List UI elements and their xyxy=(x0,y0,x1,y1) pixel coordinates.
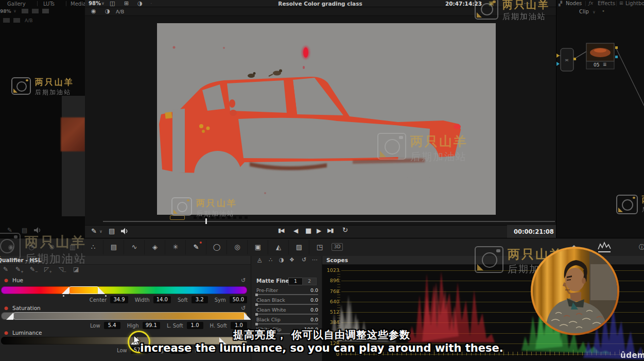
matte-tab-2[interactable]: 2 xyxy=(302,278,317,285)
grid-icon[interactable]: ⊞ xyxy=(124,1,129,6)
matte-row-handle[interactable] xyxy=(255,303,258,306)
invert-selection-icon[interactable]: ◪ xyxy=(73,266,79,273)
hue-range[interactable] xyxy=(69,286,99,294)
param-value[interactable]: 50.0 xyxy=(230,296,247,303)
reset-icon[interactable]: ↺ xyxy=(302,257,306,263)
viewer-picker-icon[interactable]: ✎ xyxy=(91,227,97,235)
param-value[interactable]: 3.2 xyxy=(192,296,208,303)
param-value[interactable]: 5.4 xyxy=(104,322,120,329)
camera-raw-icon[interactable]: ▤ xyxy=(104,240,124,254)
highlight-icon[interactable]: ◑ xyxy=(137,1,143,6)
param-value[interactable]: 99.1 xyxy=(143,322,160,329)
chevron-down-icon[interactable]: ∨ xyxy=(593,10,596,14)
matte-preview-icon[interactable]: ◬ xyxy=(257,257,262,263)
bypass-icon[interactable] xyxy=(3,18,10,23)
node-graph[interactable]: ≍ xyxy=(556,16,644,238)
blur-icon[interactable]: ◭ xyxy=(269,240,289,254)
saturation-enable-dot[interactable]: ● xyxy=(4,305,8,311)
zoom-select[interactable]: 98% xyxy=(89,1,101,6)
options-icon[interactable]: ⋯ xyxy=(312,257,318,263)
matte-row-value[interactable]: 0.0 xyxy=(298,297,318,303)
softness-add-icon[interactable]: ◸+ xyxy=(44,266,52,274)
matte-row-track[interactable] xyxy=(256,294,318,295)
tab-nodes[interactable]: Nodes xyxy=(566,1,582,6)
chevron-down-icon[interactable]: ∨ xyxy=(101,1,105,6)
invert-icon[interactable]: ◑ xyxy=(279,257,284,263)
picker-add-icon[interactable]: ✎+ xyxy=(15,266,24,274)
toolbar-icon-dim[interactable]: ⊚ xyxy=(42,240,62,254)
scope-waveform-icon[interactable] xyxy=(597,241,612,252)
saturation-handle-high[interactable] xyxy=(244,313,251,320)
picker-subtract-icon[interactable]: ✎− xyxy=(30,266,38,274)
matte-row-handle[interactable] xyxy=(255,294,258,296)
saturation-range[interactable] xyxy=(13,312,245,320)
sizing-icon[interactable]: ◳ xyxy=(310,240,329,254)
3d-qualifier-icon[interactable]: 3D xyxy=(332,243,343,251)
step-back-button[interactable]: ◀ xyxy=(293,228,298,234)
hue-handle-low[interactable] xyxy=(62,287,69,294)
curves-icon[interactable]: ∿ xyxy=(125,240,145,254)
viewer-title[interactable]: Resolve Color grading class xyxy=(278,1,362,7)
tab-luts[interactable]: LUTs xyxy=(43,1,55,7)
zoom-select-dim[interactable]: 98% xyxy=(0,9,11,14)
3d-viewer-icon[interactable]: ∴ xyxy=(269,257,272,263)
matte-row-handle[interactable] xyxy=(255,313,258,316)
toolbar-icon-dim[interactable]: ▥ xyxy=(63,240,83,254)
clip-marker[interactable] xyxy=(170,215,185,220)
matte-row-track[interactable] xyxy=(256,314,318,315)
matte-row-handle[interactable] xyxy=(255,323,258,325)
tab-effects[interactable]: Effects xyxy=(598,1,615,6)
matte-row-track[interactable] xyxy=(256,323,318,324)
clip-select[interactable]: Clip xyxy=(579,9,589,14)
despill-icon[interactable]: ❖ xyxy=(289,257,294,263)
matte-tab-1[interactable]: 1 xyxy=(288,278,303,285)
split-screen-icon[interactable]: ◫ xyxy=(110,1,115,6)
info-icon[interactable]: ⓘ xyxy=(632,240,644,254)
toolbar-icon-dim[interactable]: ◉ xyxy=(1,240,21,254)
highlight-bw-icon[interactable]: ◑ xyxy=(105,8,110,14)
hue-enable-dot[interactable]: ● xyxy=(4,278,8,283)
magic-mask-icon[interactable]: ▣ xyxy=(248,240,268,254)
timeline-scrubber[interactable] xyxy=(103,221,555,222)
wipe-icon[interactable] xyxy=(13,18,20,23)
tracker-icon[interactable]: ◎ xyxy=(228,240,248,254)
matte-row-value[interactable]: 0.0 xyxy=(298,287,318,293)
picker-icon[interactable]: ✎ xyxy=(3,266,8,273)
luminance-enable-dot[interactable]: ● xyxy=(4,330,8,335)
softness-subtract-icon[interactable]: ◹− xyxy=(59,266,66,274)
skip-start-button[interactable]: ▮◀ xyxy=(278,228,284,233)
tab-media[interactable]: Media xyxy=(71,1,86,7)
param-value[interactable]: 1.0 xyxy=(187,322,203,329)
options-icon[interactable]: ⋯ xyxy=(524,0,530,7)
tab-gallery[interactable]: Gallery xyxy=(7,1,26,7)
grab-still-icon[interactable]: ▣ xyxy=(489,0,494,7)
saturation-handle-low[interactable] xyxy=(6,313,13,320)
color-wheels-icon[interactable]: ∴ xyxy=(83,240,103,254)
matte-row-track[interactable] xyxy=(256,304,318,305)
layers-icon[interactable]: ▤ xyxy=(109,227,115,235)
viewer-canvas[interactable] xyxy=(157,23,496,215)
grid-icon[interactable] xyxy=(32,9,39,13)
stop-button[interactable]: ■ xyxy=(305,227,311,234)
skip-end-button[interactable]: ▶▮ xyxy=(327,228,333,233)
hue-slider[interactable] xyxy=(1,286,247,294)
key-icon[interactable]: ▨ xyxy=(289,240,309,254)
saturation-slider[interactable] xyxy=(1,312,247,320)
split-screen-icon[interactable] xyxy=(22,9,28,13)
qualifier-icon[interactable]: ✎ xyxy=(186,240,206,254)
chevron-down-icon[interactable]: ∨ xyxy=(359,1,362,6)
tab-lightbox[interactable]: Lightbox xyxy=(625,1,644,6)
param-value[interactable]: 34.9 xyxy=(110,296,128,303)
loop-button[interactable]: ↻ xyxy=(342,227,348,233)
saturation-reset-icon[interactable]: ↺ xyxy=(241,305,246,312)
playhead[interactable] xyxy=(205,218,207,224)
color-warper-icon[interactable]: ◈ xyxy=(145,240,165,254)
power-window-icon[interactable]: ◯ xyxy=(207,240,227,254)
toolbar-icon-dim[interactable]: ◔ xyxy=(22,240,42,254)
speaker-icon[interactable] xyxy=(121,228,130,235)
play-button[interactable]: ▶ xyxy=(317,228,321,234)
matte-row-value[interactable]: 0.0 xyxy=(298,307,318,313)
ab-label[interactable]: A/B xyxy=(116,9,124,14)
hue-handle-high[interactable] xyxy=(98,287,105,294)
bypass-icon[interactable]: ◉ xyxy=(91,8,96,14)
